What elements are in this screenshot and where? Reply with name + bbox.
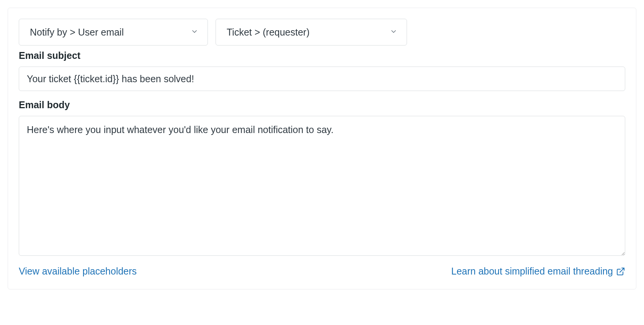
learn-threading-label: Learn about simplified email threading (451, 266, 613, 277)
notify-target-select[interactable]: Ticket > (requester) (216, 19, 407, 46)
email-subject-block: Email subject (19, 50, 625, 91)
notification-config-panel: Notify by > User email Ticket > (request… (8, 8, 636, 289)
notify-action-select[interactable]: Notify by > User email (19, 19, 208, 46)
email-subject-input[interactable] (19, 67, 625, 91)
external-link-icon (616, 267, 625, 276)
email-subject-label: Email subject (19, 50, 625, 61)
view-placeholders-label: View available placeholders (19, 266, 137, 277)
footer-links: View available placeholders Learn about … (19, 266, 625, 277)
view-placeholders-link[interactable]: View available placeholders (19, 266, 137, 277)
notify-target-value: Ticket > (requester) (227, 27, 310, 38)
learn-threading-link[interactable]: Learn about simplified email threading (451, 266, 625, 277)
action-target-row: Notify by > User email Ticket > (request… (19, 19, 625, 46)
email-body-block: Email body (19, 99, 625, 257)
email-body-textarea[interactable] (19, 116, 625, 256)
chevron-down-icon (191, 27, 198, 38)
chevron-down-icon (390, 27, 397, 38)
svg-line-0 (620, 268, 624, 272)
email-body-label: Email body (19, 99, 625, 110)
notify-action-value: Notify by > User email (30, 27, 124, 38)
